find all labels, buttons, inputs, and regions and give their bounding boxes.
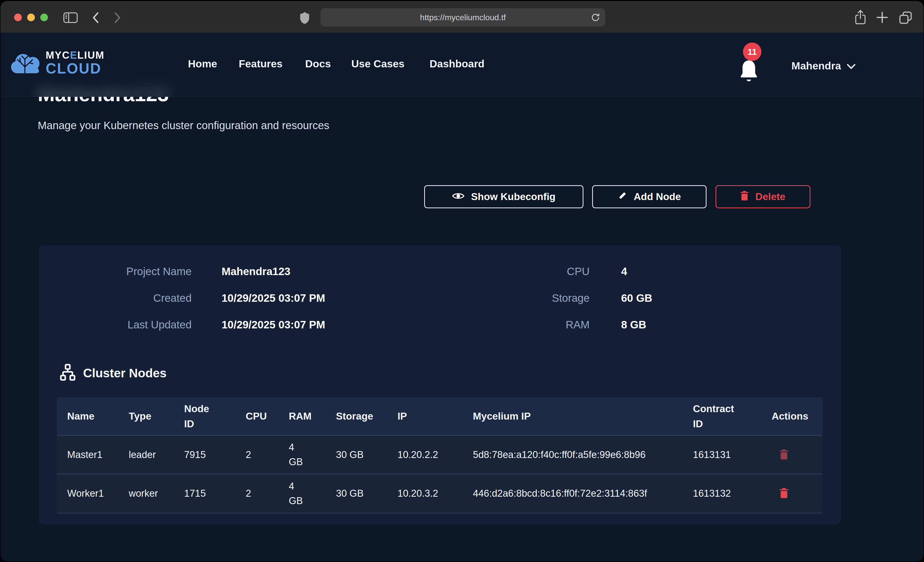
add-node-button[interactable]: Add Node <box>592 185 706 208</box>
cluster-nodes-table: Name Type Node ID CPU RAM Storage IP Myc… <box>57 398 822 513</box>
notifications-button[interactable]: 11 <box>736 42 767 88</box>
cpu-value: 4 <box>621 265 627 278</box>
table-header-row: Name Type Node ID CPU RAM Storage IP Myc… <box>57 398 822 436</box>
col-ram: RAM <box>279 398 326 435</box>
table-row: Master1 leader 7915 2 4 GB 30 GB 10.20.2… <box>57 436 822 474</box>
project-name-value: Mahendra123 <box>222 265 290 278</box>
nav-link-dashboard[interactable]: Dashboard <box>429 58 484 70</box>
cluster-nodes-heading: Cluster Nodes <box>59 364 166 382</box>
mycelium-cloud-logo-icon <box>10 50 40 76</box>
created-label: Created <box>64 292 192 304</box>
col-mycelium-ip: Mycelium IP <box>463 398 682 435</box>
nav-link-home[interactable]: Home <box>188 58 217 70</box>
logo[interactable]: MYCELIUM CLOUD <box>10 50 104 76</box>
col-name: Name <box>57 398 118 435</box>
delete-node-button[interactable] <box>779 448 789 461</box>
col-actions: Actions <box>761 398 822 435</box>
close-button[interactable] <box>14 13 22 21</box>
node-name: Worker1 <box>57 474 118 513</box>
node-mycelium-ip: 5d8:78ea:a120:f40c:ff0f:a5fe:99e6:8b96 <box>463 436 682 474</box>
col-node-id: Node ID <box>174 398 236 435</box>
network-nodes-icon <box>59 364 76 382</box>
col-ip: IP <box>387 398 463 435</box>
node-ram: 4 GB <box>279 436 326 474</box>
col-contract-id: Contract ID <box>682 398 761 435</box>
ram-value: 8 GB <box>621 319 646 331</box>
page-subtitle: Manage your Kubernetes cluster configura… <box>38 120 329 132</box>
node-cpu: 2 <box>236 436 279 474</box>
node-ip: 10.20.3.2 <box>387 474 463 513</box>
table-row: Worker1 worker 1715 2 4 GB 30 GB 10.20.3… <box>57 474 822 513</box>
trash-icon <box>740 191 748 203</box>
ram-label: RAM <box>463 319 590 331</box>
chevron-down-icon <box>847 60 855 72</box>
new-tab-button[interactable] <box>876 11 889 24</box>
node-name: Master1 <box>57 436 118 474</box>
delete-cluster-button[interactable]: Delete <box>716 185 810 208</box>
address-bar[interactable]: https://myceliumcloud.tf <box>321 8 605 27</box>
notification-badge: 11 <box>743 42 761 61</box>
node-storage: 30 GB <box>326 436 387 474</box>
user-name: Mahendra <box>791 60 841 72</box>
col-type: Type <box>118 398 174 435</box>
last-updated-label: Last Updated <box>64 319 192 331</box>
minimize-button[interactable] <box>27 13 35 21</box>
share-button[interactable] <box>855 10 866 25</box>
storage-value: 60 GB <box>621 292 652 304</box>
add-node-label: Add Node <box>634 191 681 202</box>
sidebar-toggle-button[interactable] <box>63 12 78 23</box>
node-ip: 10.20.2.2 <box>387 436 463 474</box>
node-contract-id: 1613132 <box>682 474 761 513</box>
node-ram: 4 GB <box>279 474 326 513</box>
browser-window: Mahendra123 Manage your Kubernetes clust… <box>0 1 924 562</box>
node-type: leader <box>118 436 174 474</box>
eye-icon <box>452 191 464 202</box>
node-type: worker <box>118 474 174 513</box>
logo-e-bars-icon: E <box>70 49 78 61</box>
col-storage: Storage <box>326 398 387 435</box>
back-button[interactable] <box>92 12 99 24</box>
show-kubeconfig-button[interactable]: Show Kubeconfig <box>424 185 584 208</box>
node-actions <box>761 474 822 513</box>
nav-link-docs[interactable]: Docs <box>305 58 331 70</box>
zoom-button[interactable] <box>40 13 48 21</box>
col-cpu: CPU <box>236 398 279 435</box>
created-value: 10/29/2025 03:07 PM <box>222 292 325 304</box>
browser-titlebar: https://myceliumcloud.tf <box>0 1 924 33</box>
privacy-shield-icon <box>300 11 310 25</box>
logo-text: MYCELIUM CLOUD <box>46 50 104 76</box>
cluster-nodes-title: Cluster Nodes <box>83 366 166 380</box>
storage-label: Storage <box>463 292 590 304</box>
pencil-icon <box>618 191 627 203</box>
url-text: https://myceliumcloud.tf <box>420 13 506 22</box>
nav-link-features[interactable]: Features <box>239 58 283 70</box>
node-cpu: 2 <box>236 474 279 513</box>
tabs-overview-button[interactable] <box>898 11 912 25</box>
nav-link-use-cases[interactable]: Use Cases <box>351 58 404 70</box>
bell-icon <box>739 58 759 86</box>
reload-button[interactable] <box>590 12 601 22</box>
node-actions <box>761 436 822 474</box>
node-id: 7915 <box>174 436 236 474</box>
project-name-label: Project Name <box>64 265 192 278</box>
user-menu[interactable]: Mahendra <box>791 60 855 72</box>
node-mycelium-ip: 446:d2a6:8bcd:8c16:ff0f:72e2:3114:863f <box>463 474 682 513</box>
last-updated-value: 10/29/2025 03:07 PM <box>222 319 325 331</box>
node-contract-id: 1613131 <box>682 436 761 474</box>
delete-label: Delete <box>755 191 785 202</box>
node-storage: 30 GB <box>326 474 387 513</box>
delete-node-button[interactable] <box>779 487 789 500</box>
node-id: 1715 <box>174 474 236 513</box>
forward-button[interactable] <box>114 12 121 24</box>
show-kubeconfig-label: Show Kubeconfig <box>471 191 555 202</box>
cpu-label: CPU <box>463 265 590 278</box>
